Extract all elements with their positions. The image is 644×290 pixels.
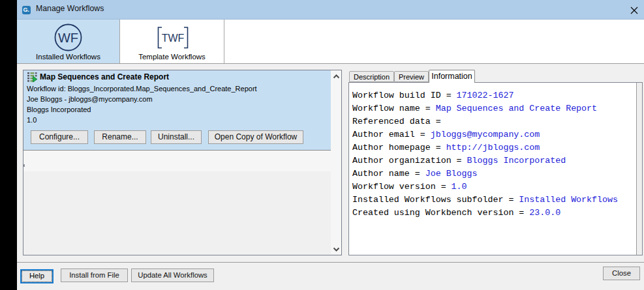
svg-text:WF: WF xyxy=(58,31,78,45)
svg-text:TWF: TWF xyxy=(162,33,185,44)
